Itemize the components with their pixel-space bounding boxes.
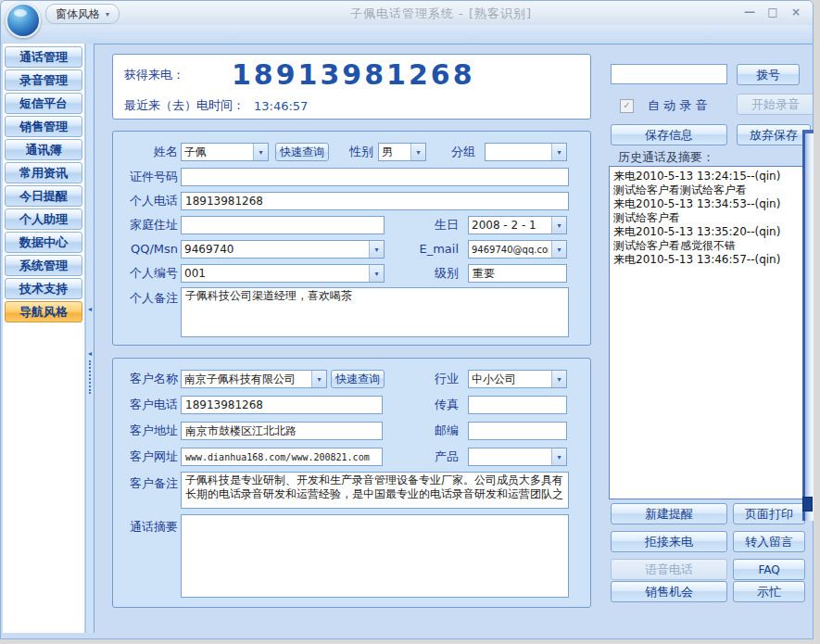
desktop-bottom-strip xyxy=(0,639,820,644)
window-title: 子佩电话管理系统 - [熟客识别] xyxy=(279,6,603,22)
partial-overlay-window xyxy=(802,130,814,521)
zip-label: 邮编 xyxy=(380,422,459,440)
start-record-button[interactable]: 开始录音 xyxy=(737,94,814,115)
call-summary-label: 通话摘要 xyxy=(113,518,178,537)
faq-button[interactable]: FAQ xyxy=(733,559,805,580)
history-entry[interactable]: 测试给客户看感觉很不错 xyxy=(613,239,799,253)
customer-remark-textarea[interactable] xyxy=(181,472,569,509)
customer-remark-label: 客户备注 xyxy=(113,474,178,493)
dropdown-icon[interactable]: ▾ xyxy=(551,241,566,258)
dropdown-icon[interactable]: ▾ xyxy=(551,448,566,465)
history-entry[interactable]: 测试给客户看 xyxy=(613,211,799,225)
customer-address-input[interactable] xyxy=(181,422,383,440)
dropdown-icon[interactable]: ▾ xyxy=(253,144,268,160)
zip-input[interactable] xyxy=(468,422,567,440)
dropdown-icon[interactable]: ▾ xyxy=(311,371,326,387)
sidebar-item-data-center[interactable]: 数据中心 xyxy=(5,232,82,253)
id-number-input[interactable] xyxy=(181,168,569,186)
industry-input[interactable] xyxy=(469,371,551,387)
sales-opportunity-button[interactable]: 销售机会 xyxy=(611,581,727,602)
close-icon[interactable]: × xyxy=(787,4,805,20)
fax-input[interactable] xyxy=(468,396,567,414)
history-label: 历史通话及摘要： xyxy=(618,149,714,166)
auto-record-label: 自 动 录 音 xyxy=(648,96,707,115)
email-combo[interactable]: ▾ xyxy=(468,240,567,259)
app-logo-icon[interactable] xyxy=(6,3,41,38)
personal-number-combo[interactable]: ▾ xyxy=(181,264,385,283)
maximize-icon[interactable]: □ xyxy=(763,4,782,20)
splitter-collapse-icon[interactable]: ◂ xyxy=(86,305,94,313)
sidebar-item-sms-platform[interactable]: 短信平台 xyxy=(5,93,82,114)
dial-number-input[interactable] xyxy=(611,64,727,84)
reject-call-button[interactable]: 拒接来电 xyxy=(611,531,727,552)
group-combo[interactable]: ▾ xyxy=(485,143,567,161)
incoming-call-label: 获得来电： xyxy=(124,66,184,84)
name-label: 姓名 xyxy=(113,143,178,161)
customer-address-label: 客户地址 xyxy=(113,422,178,440)
customer-name-combo[interactable]: ▾ xyxy=(181,370,327,388)
history-entry[interactable]: 来电2010-5-13 13:34:53--(qin) xyxy=(613,197,799,211)
qq-msn-input[interactable] xyxy=(182,241,369,258)
sidebar-item-today-reminder[interactable]: 今日提醒 xyxy=(5,185,82,207)
sidebar-item-tech-support[interactable]: 技术支持 xyxy=(5,278,82,299)
home-address-input[interactable] xyxy=(181,216,385,234)
history-entry[interactable]: 来电2010-5-13 13:24:15--(qin) xyxy=(613,170,799,183)
discard-save-button[interactable]: 放弃保存 xyxy=(737,124,811,145)
personal-remark-textarea[interactable] xyxy=(181,287,569,337)
customer-website-input[interactable] xyxy=(181,448,383,466)
industry-combo[interactable]: ▾ xyxy=(468,370,567,388)
group-label: 分组 xyxy=(415,143,475,161)
birthday-combo[interactable]: ▾ xyxy=(468,216,567,234)
customer-website-label: 客户网址 xyxy=(113,448,178,466)
show-busy-button[interactable]: 示忙 xyxy=(733,581,805,602)
call-summary-textarea[interactable] xyxy=(181,514,569,598)
splitter-grip[interactable] xyxy=(89,360,91,394)
window-style-button[interactable]: 窗体风格 ▾ xyxy=(45,4,120,24)
gender-input[interactable] xyxy=(379,144,410,160)
customer-name-input[interactable] xyxy=(182,371,311,387)
personal-phone-input[interactable] xyxy=(181,192,569,210)
splitter-collapse-icon[interactable]: ◂ xyxy=(86,349,94,358)
customer-form-panel: 客户名称 ▾ 快速查询 行业 ▾ 客户电话 传真 客户地址 邮编 客户网址 产品… xyxy=(112,358,591,608)
customer-quick-search-button[interactable]: 快速查询 xyxy=(331,370,385,388)
qq-msn-combo[interactable]: ▾ xyxy=(181,240,385,259)
personal-number-label: 个人编号 xyxy=(113,264,178,283)
history-entry[interactable]: 测试给客户看测试给客户看 xyxy=(613,183,799,197)
product-combo[interactable]: ▾ xyxy=(468,448,567,466)
sidebar-item-system-mgmt[interactable]: 系统管理 xyxy=(5,255,82,276)
voice-call-button[interactable]: 语音电话 xyxy=(611,559,727,580)
history-entry[interactable]: 来电2010-5-13 13:46:57--(qin) xyxy=(613,253,799,267)
dial-button[interactable]: 拨号 xyxy=(737,64,800,85)
save-info-button[interactable]: 保存信息 xyxy=(611,124,727,145)
chevron-down-icon: ▾ xyxy=(106,10,109,19)
sidebar-item-record-mgmt[interactable]: 录音管理 xyxy=(5,69,82,91)
auto-record-checkbox[interactable]: ✓ xyxy=(620,99,634,113)
product-input[interactable] xyxy=(469,448,551,465)
dropdown-icon[interactable]: ▾ xyxy=(551,144,566,160)
last-call-time-label: 最近来（去）电时间： xyxy=(124,96,245,115)
to-voicemail-button[interactable]: 转入留言 xyxy=(733,531,805,552)
dropdown-icon[interactable]: ▾ xyxy=(551,371,566,387)
sidebar-item-contacts[interactable]: 通讯簿 xyxy=(5,139,82,160)
sidebar-item-call-mgmt[interactable]: 通话管理 xyxy=(5,46,82,68)
history-listbox[interactable]: 来电2010-5-13 13:24:15--(qin) 测试给客户看测试给客户看… xyxy=(609,166,803,499)
name-combo[interactable]: ▾ xyxy=(181,143,269,161)
name-input[interactable] xyxy=(182,144,253,160)
sidebar-item-nav-style[interactable]: 导航风格 xyxy=(5,301,82,322)
customer-phone-input[interactable] xyxy=(181,396,383,414)
level-input[interactable] xyxy=(468,264,567,283)
personal-number-input[interactable] xyxy=(182,265,369,282)
minimize-icon[interactable]: — xyxy=(740,4,759,20)
page-print-button[interactable]: 页面打印 xyxy=(733,503,805,524)
email-label: E_mail xyxy=(380,240,459,259)
email-input[interactable] xyxy=(469,241,551,258)
birthday-input[interactable] xyxy=(469,217,551,234)
dropdown-icon[interactable]: ▾ xyxy=(551,217,566,234)
ribbon-strip xyxy=(1,25,813,44)
history-entry[interactable]: 来电2010-5-13 13:35:20--(qin) xyxy=(613,225,799,239)
new-reminder-button[interactable]: 新建提醒 xyxy=(611,503,727,524)
sidebar-item-sales-mgmt[interactable]: 销售管理 xyxy=(5,116,82,137)
sidebar-item-personal-assistant[interactable]: 个人助理 xyxy=(5,208,82,230)
sidebar-item-common-info[interactable]: 常用资讯 xyxy=(5,162,82,183)
group-input[interactable] xyxy=(486,144,551,160)
